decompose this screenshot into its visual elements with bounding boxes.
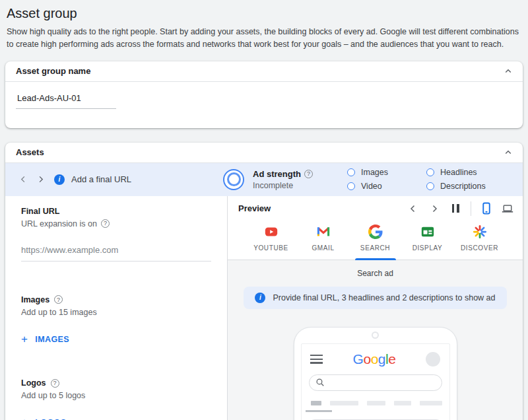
assets-card: Assets i Add a final URL Ad strength: [5, 143, 523, 420]
logo-letter: e: [388, 351, 395, 367]
images-section: Images ? Add up to 15 images + IMAGES: [21, 295, 211, 345]
pause-icon: [457, 204, 459, 213]
missing-assets-notice: i Provide final URL, 3 headlines and 2 d…: [244, 287, 506, 309]
add-images-button-label: IMAGES: [35, 335, 69, 344]
tab-search[interactable]: SEARCH: [354, 220, 397, 260]
asset-group-page: Asset group Show high quality ads to the…: [0, 6, 528, 420]
logos-section: Logos ? Add up to 5 logos + LOGOS: [21, 378, 211, 420]
asset-form-panel: Final URL URL expansion is on ? Images ?…: [5, 196, 228, 420]
mock-result-tabs: [309, 401, 442, 405]
ad-strength-gauge-inner-ring: [227, 172, 241, 186]
avatar: [426, 352, 440, 367]
previous-asset-group-button[interactable]: [15, 171, 32, 188]
ad-strength-status: Incomplete: [253, 181, 313, 190]
info-icon: i: [54, 174, 65, 185]
url-expansion-row: URL expansion is on ?: [21, 218, 211, 230]
final-url-input[interactable]: [21, 244, 211, 262]
info-icon: i: [255, 293, 265, 303]
logo-letter: o: [371, 351, 378, 367]
collapse-chevron-up-icon[interactable]: [504, 67, 512, 75]
logos-sublabel: Add up to 5 logos: [21, 390, 211, 402]
tab-discover[interactable]: DISCOVER: [458, 220, 502, 260]
asset-group-name-input[interactable]: [16, 90, 116, 109]
images-label-row: Images ?: [21, 295, 211, 304]
images-sublabel: Add up to 15 images: [21, 306, 211, 318]
logo-letter: g: [378, 351, 385, 367]
controls-divider: [471, 201, 471, 216]
phone-camera-icon: [372, 332, 379, 339]
logo-letter: G: [353, 351, 364, 367]
tab-gmail[interactable]: GMAIL: [302, 220, 345, 260]
asset-group-name-card-body: [5, 82, 523, 128]
search-icon: [315, 378, 325, 387]
add-logos-button[interactable]: + LOGOS: [21, 417, 66, 420]
status-circle-icon[interactable]: [426, 168, 434, 176]
chevron-right-icon: [37, 176, 44, 183]
mock-tab-chip: [311, 401, 321, 405]
tab-label: YOUTUBE: [253, 244, 288, 252]
preview-channel-tabs: YOUTUBE GMAIL SEARCH: [228, 220, 523, 260]
desktop-view-button[interactable]: [502, 203, 513, 215]
preview-next-button[interactable]: [428, 203, 440, 215]
mock-tab-chip: [330, 401, 358, 405]
mobile-phone-icon: [481, 202, 492, 215]
google-logo: Google: [353, 351, 396, 367]
logos-label-row: Logos ?: [21, 378, 211, 388]
youtube-icon: [264, 225, 279, 239]
preview-panel: Preview: [228, 196, 523, 420]
logos-label: Logos: [21, 378, 46, 388]
tab-label: DISCOVER: [461, 244, 498, 252]
mock-tab-chip: [367, 401, 385, 405]
final-url-section: Final URL URL expansion is on ?: [21, 207, 211, 262]
tab-display[interactable]: DISPLAY: [406, 220, 449, 260]
asset-status-checklist: Images Headlines Video Descriptions: [347, 168, 512, 191]
chevron-left-icon: [409, 205, 417, 213]
pause-preview-button[interactable]: [449, 203, 461, 215]
display-icon: [420, 225, 435, 239]
status-circle-icon[interactable]: [426, 182, 434, 190]
assets-card-header: Assets: [5, 143, 523, 163]
checklist-label: Descriptions: [440, 182, 486, 191]
add-logos-button-label: LOGOS: [35, 418, 66, 420]
help-icon[interactable]: ?: [304, 170, 313, 178]
status-circle-icon[interactable]: [347, 182, 355, 190]
asset-group-name-card: Asset group name: [5, 61, 523, 128]
preview-header: Preview: [228, 196, 523, 220]
help-icon[interactable]: ?: [51, 379, 59, 388]
status-circle-icon[interactable]: [347, 168, 355, 176]
asset-group-name-card-title: Asset group name: [16, 66, 90, 76]
asset-group-name-card-header: Asset group name: [5, 61, 523, 82]
mock-google-header: Google: [309, 350, 442, 367]
ad-strength-label: Ad strength: [253, 169, 301, 179]
assets-content: Final URL URL expansion is on ? Images ?…: [5, 196, 523, 420]
checklist-item-headlines: Headlines: [426, 168, 512, 177]
tab-label: DISPLAY: [412, 244, 443, 252]
tab-youtube[interactable]: YOUTUBE: [249, 220, 293, 260]
search-ad-label: Search ad: [228, 269, 523, 278]
notice-text: Provide final URL, 3 headlines and 2 des…: [273, 293, 495, 302]
google-g-icon: [368, 225, 383, 239]
help-icon[interactable]: ?: [101, 219, 110, 228]
checklist-label: Images: [361, 168, 388, 177]
active-tab-underline: [355, 258, 396, 260]
checklist-label: Video: [361, 182, 382, 191]
chevron-left-icon: [20, 176, 27, 183]
mock-tab-underline: [306, 410, 332, 412]
images-label: Images: [21, 295, 50, 304]
assets-card-title: Assets: [16, 147, 44, 157]
page-title: Asset group: [7, 6, 521, 21]
pause-icon: [452, 204, 455, 213]
mock-tab-chip: [394, 401, 411, 405]
next-asset-group-button[interactable]: [32, 171, 49, 188]
tab-label: SEARCH: [360, 244, 390, 252]
ad-strength-label-row: Ad strength ?: [253, 169, 313, 179]
discover-icon: [473, 225, 487, 239]
collapse-chevron-up-icon[interactable]: [504, 149, 512, 157]
plus-icon: +: [21, 333, 28, 345]
logo-letter: o: [363, 351, 370, 367]
checklist-item-video: Video: [347, 182, 426, 191]
mobile-view-button[interactable]: [480, 203, 492, 215]
preview-previous-button[interactable]: [407, 203, 419, 215]
help-icon[interactable]: ?: [54, 295, 63, 304]
add-images-button[interactable]: + IMAGES: [21, 333, 69, 345]
